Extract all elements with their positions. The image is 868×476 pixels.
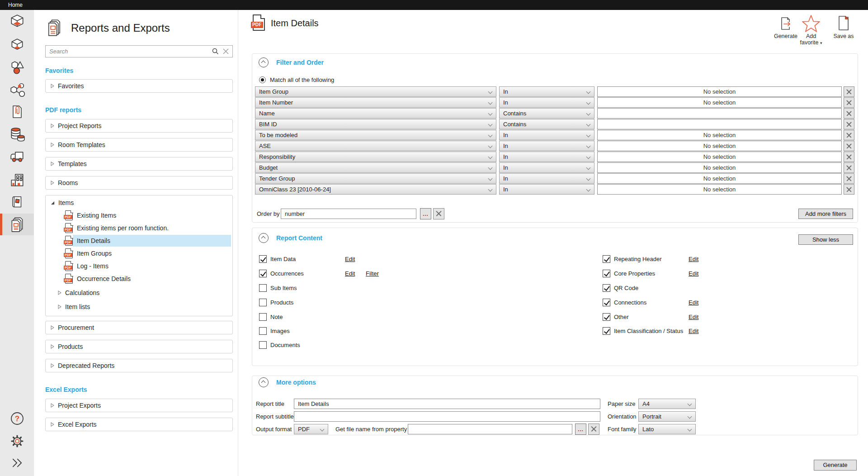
tree-item-excel-exports[interactable]: Excel Exports bbox=[45, 418, 233, 431]
rail-settings-icon[interactable] bbox=[0, 430, 34, 452]
other-checkbox[interactable] bbox=[603, 313, 610, 321]
edit-link[interactable]: Edit bbox=[689, 254, 698, 264]
tree-item-rooms[interactable]: Rooms bbox=[45, 176, 233, 190]
remove-filter-button[interactable] bbox=[844, 97, 854, 108]
generate-button[interactable]: Generate bbox=[814, 460, 857, 471]
tree-item-items[interactable]: Items bbox=[46, 196, 232, 209]
clear-order-by-button[interactable] bbox=[433, 208, 444, 219]
filter-field-select[interactable]: BIM ID bbox=[255, 119, 496, 129]
collapse-section-icon[interactable] bbox=[259, 377, 269, 387]
tree-report-occurrence-details[interactable]: PDF Occurrence Details bbox=[46, 272, 232, 285]
filter-operator-select[interactable]: Contains bbox=[499, 108, 594, 119]
repeating-header-checkbox[interactable] bbox=[603, 255, 610, 263]
file-name-browse-button[interactable]: … bbox=[575, 424, 586, 435]
filter-value-selector[interactable]: No selection bbox=[597, 152, 842, 162]
report-title-input[interactable] bbox=[294, 399, 600, 409]
rail-objects-icon[interactable] bbox=[0, 57, 34, 78]
item-classification-status-checkbox[interactable] bbox=[603, 327, 610, 335]
rail-attachments-icon[interactable] bbox=[0, 101, 34, 123]
orientation-select[interactable]: Portrait bbox=[638, 411, 696, 422]
collapse-section-icon[interactable] bbox=[259, 233, 269, 243]
tree-item-project-reports[interactable]: Project Reports bbox=[45, 119, 233, 133]
tree-report-log-items[interactable]: PDF Log - Items bbox=[46, 260, 232, 272]
filter-value-selector[interactable]: No selection bbox=[597, 184, 842, 195]
file-name-property-input[interactable] bbox=[408, 424, 572, 434]
tree-item-room-templates[interactable]: Room Templates bbox=[45, 138, 233, 152]
filter-operator-select[interactable]: In bbox=[499, 141, 594, 151]
rail-help-icon[interactable]: ? bbox=[0, 408, 34, 429]
rail-building-icon[interactable] bbox=[0, 169, 34, 191]
core-properties-checkbox[interactable] bbox=[603, 270, 610, 277]
add-favorite-toolbar-button[interactable]: Add favorite ▾ bbox=[795, 15, 827, 46]
edit-link[interactable]: Edit bbox=[689, 326, 698, 336]
edit-link[interactable]: Edit bbox=[689, 269, 698, 279]
clear-search-icon[interactable] bbox=[223, 48, 229, 54]
remove-filter-button[interactable] bbox=[844, 184, 854, 195]
edit-link[interactable]: Edit bbox=[689, 312, 698, 322]
filter-field-select[interactable]: Item Number bbox=[255, 97, 496, 108]
rail-logistics-icon[interactable] bbox=[0, 146, 34, 168]
filter-value-selector[interactable]: No selection bbox=[597, 141, 842, 151]
filter-operator-select[interactable]: Contains bbox=[499, 119, 594, 129]
filter-value-selector[interactable]: No selection bbox=[597, 86, 842, 97]
rail-room-planning-icon[interactable] bbox=[0, 10, 34, 32]
remove-filter-button[interactable] bbox=[844, 130, 854, 140]
filter-value-selector[interactable]: No selection bbox=[597, 97, 842, 108]
tree-report-existing-items[interactable]: PDF Existing Items bbox=[46, 209, 232, 222]
remove-filter-button[interactable] bbox=[844, 86, 854, 97]
edit-link[interactable]: Edit bbox=[689, 298, 698, 308]
collapse-section-icon[interactable] bbox=[259, 57, 269, 67]
tree-item-templates[interactable]: Templates bbox=[45, 157, 233, 171]
tree-report-existing-items-per-room-function[interactable]: PDF Existing items per room function. bbox=[46, 222, 232, 234]
filter-value-selector[interactable]: No selection bbox=[597, 162, 842, 173]
paper-size-select[interactable]: A4 bbox=[638, 399, 696, 409]
qr-code-checkbox[interactable] bbox=[603, 284, 610, 292]
match-all-radio[interactable] bbox=[259, 76, 266, 83]
font-family-select[interactable]: Lato bbox=[638, 424, 696, 434]
order-by-input[interactable] bbox=[281, 209, 416, 219]
tree-item-products[interactable]: Products bbox=[45, 340, 233, 353]
rail-catalog-icon[interactable] bbox=[0, 191, 34, 213]
filter-operator-select[interactable]: In bbox=[499, 152, 594, 162]
remove-filter-button[interactable] bbox=[844, 108, 854, 119]
filter-value-text[interactable] bbox=[598, 109, 841, 118]
search-input[interactable] bbox=[46, 46, 232, 57]
tree-item-favorites[interactable]: Favorites bbox=[45, 79, 233, 93]
filter-operator-select[interactable]: In bbox=[499, 97, 594, 108]
filter-field-select[interactable]: Tender Group bbox=[255, 173, 496, 184]
tree-item-deprecated-reports[interactable]: Deprecated Reports bbox=[45, 359, 233, 372]
filter-field-select[interactable]: Responsibility bbox=[255, 152, 496, 162]
filter-field-select[interactable]: Budget bbox=[255, 162, 496, 173]
remove-filter-button[interactable] bbox=[844, 141, 854, 151]
filter-field-select[interactable]: OmniClass 23 [2010-06-24] bbox=[255, 184, 496, 195]
filter-field-select[interactable]: Name bbox=[255, 108, 496, 119]
rail-connections-icon[interactable] bbox=[0, 79, 34, 101]
remove-filter-button[interactable] bbox=[844, 152, 854, 162]
filter-operator-select[interactable]: In bbox=[499, 86, 594, 97]
report-subtitle-input[interactable] bbox=[294, 412, 600, 421]
rail-expand-icon[interactable] bbox=[0, 452, 34, 474]
save-as-toolbar-button[interactable]: Save as bbox=[830, 15, 858, 39]
rail-reports-icon[interactable] bbox=[0, 214, 34, 235]
filter-operator-select[interactable]: In bbox=[499, 184, 594, 195]
remove-filter-button[interactable] bbox=[844, 173, 854, 184]
remove-filter-button[interactable] bbox=[844, 119, 854, 129]
filter-field-select[interactable]: To be modeled bbox=[255, 130, 496, 140]
tree-item-calculations[interactable]: Calculations bbox=[46, 286, 232, 299]
order-by-browse-button[interactable]: … bbox=[420, 208, 431, 219]
connections-checkbox[interactable] bbox=[603, 299, 610, 306]
output-format-select[interactable]: PDF bbox=[294, 424, 328, 434]
filter-value-selector[interactable]: No selection bbox=[597, 173, 842, 184]
remove-filter-button[interactable] bbox=[844, 162, 854, 173]
add-more-filters-button[interactable]: Add more filters bbox=[798, 209, 853, 219]
tree-item-procurement[interactable]: Procurement bbox=[45, 321, 233, 334]
tree-item-item-lists[interactable]: Item lists bbox=[46, 300, 232, 313]
rail-room-setup-icon[interactable] bbox=[0, 34, 34, 56]
show-less-button[interactable]: Show less bbox=[798, 234, 853, 245]
filter-field-select[interactable]: Item Group bbox=[255, 86, 496, 97]
filter-operator-select[interactable]: In bbox=[499, 173, 594, 184]
home-menu[interactable]: Home bbox=[0, 0, 23, 10]
filter-operator-select[interactable]: In bbox=[499, 162, 594, 173]
tree-report-item-details[interactable]: PDF Item Details bbox=[46, 234, 232, 247]
filter-value-text[interactable] bbox=[598, 119, 841, 129]
